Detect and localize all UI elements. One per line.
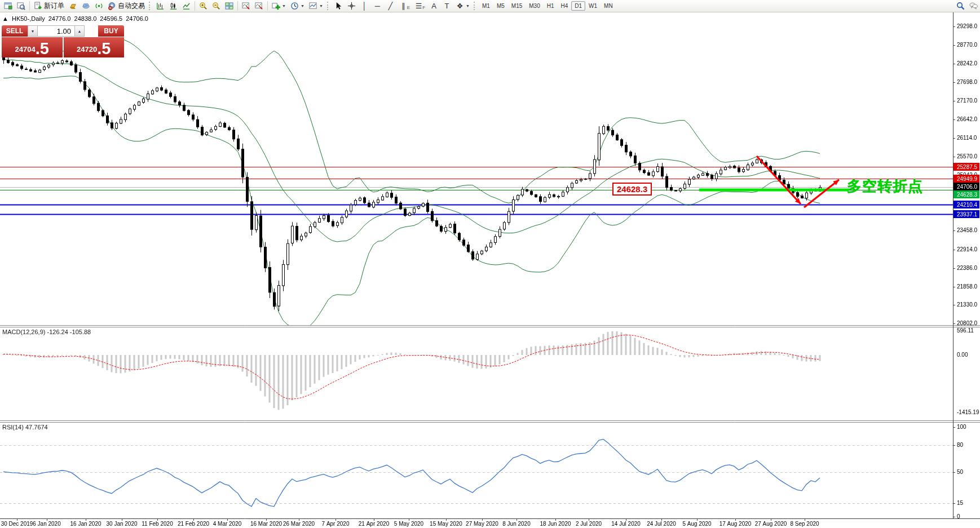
sell-price-frac: .5 xyxy=(36,41,49,56)
price-level-callout[interactable]: 24628.3 xyxy=(612,183,652,196)
vertical-line-icon: │ xyxy=(360,2,369,10)
zoom-in-icon xyxy=(199,2,208,10)
sell-button[interactable]: SELL xyxy=(2,25,28,37)
rsi-value: 47.7674 xyxy=(25,424,48,431)
ohlc-low: 24596.5 xyxy=(100,15,122,22)
toolbar-separator xyxy=(195,1,195,11)
search-button[interactable] xyxy=(954,0,967,12)
zoom-in-button[interactable] xyxy=(197,0,210,12)
line-chart-icon xyxy=(182,2,191,10)
search-icon xyxy=(956,2,965,10)
indicator-list-icon xyxy=(255,2,263,10)
new-order-icon xyxy=(34,2,42,10)
rsi-indicator-header: RSI(14) 47.7674 xyxy=(2,424,48,431)
indicators-button[interactable] xyxy=(240,0,253,12)
tile-windows-button[interactable] xyxy=(223,0,236,12)
candle-chart-button[interactable] xyxy=(167,0,180,12)
buy-price-frac: .5 xyxy=(97,41,111,56)
autotrading-button[interactable]: 自动交易 xyxy=(105,0,147,12)
cursor-icon xyxy=(334,2,343,10)
metaeditor-button[interactable] xyxy=(67,0,80,12)
macd-label: MACD(12,26,9) xyxy=(2,329,45,335)
arrows-dropdown-icon[interactable]: ▼ xyxy=(466,4,470,8)
indicator-list-button[interactable] xyxy=(253,0,266,12)
equidistant-channel-button[interactable]: ∥E xyxy=(397,0,412,12)
timeframe-w1-button[interactable]: W1 xyxy=(585,1,601,11)
crosshair-icon xyxy=(347,2,356,10)
one-click-trade-panel: SELL ▼ 1.00 ▲ BUY 24704 .5 24720 .5 xyxy=(2,25,124,57)
timeframe-m15-button[interactable]: M15 xyxy=(508,1,526,11)
templates-dropdown-icon[interactable]: ▼ xyxy=(319,4,323,8)
timeframe-d1-button[interactable]: D1 xyxy=(571,1,585,11)
timeframe-h1-button[interactable]: H1 xyxy=(544,1,558,11)
autotrading-icon xyxy=(108,2,116,10)
periods-button[interactable]: ▼ xyxy=(288,0,307,12)
toolbar-drag-handle[interactable] xyxy=(149,2,152,10)
indicators-icon xyxy=(242,2,250,10)
horizontal-line-button[interactable]: ─ xyxy=(371,0,384,12)
volume-decrease-button[interactable]: ▼ xyxy=(28,25,38,37)
timeframe-m5-button[interactable]: M5 xyxy=(493,1,508,11)
rsi-label: RSI(14) xyxy=(2,424,24,431)
toolbar-drag-handle[interactable] xyxy=(327,2,330,10)
toolbar-separator xyxy=(237,1,238,11)
autotrading-label: 自动交易 xyxy=(118,1,145,11)
chat-icon xyxy=(969,2,978,10)
bar-chart-icon xyxy=(156,2,165,10)
text-button[interactable]: A xyxy=(427,0,440,12)
volume-input[interactable]: 1.00 xyxy=(38,25,74,37)
trendline-icon: ╱ xyxy=(386,2,395,10)
zoom-out-button[interactable] xyxy=(210,0,223,12)
mt4-window: 新订单自动交易▼▼▼│─╱∥E☰FAT❖▼M1M5M15M30H1H4D1W1M… xyxy=(0,0,980,528)
experts-icon xyxy=(82,2,90,10)
zoom-out-icon xyxy=(212,2,220,10)
main-toolbar: 新订单自动交易▼▼▼│─╱∥E☰FAT❖▼M1M5M15M30H1H4D1W1M… xyxy=(0,0,980,12)
buy-price-main: 24720 xyxy=(77,43,97,56)
toolbar-separator xyxy=(29,1,30,11)
ohlc-open: 24776.0 xyxy=(48,15,71,22)
chat-button[interactable] xyxy=(967,0,980,12)
toolbar-drag-handle[interactable] xyxy=(474,2,477,10)
sell-price[interactable]: 24704 .5 xyxy=(2,37,63,57)
experts-button[interactable] xyxy=(80,0,92,12)
timeframe-m1-button[interactable]: M1 xyxy=(479,1,493,11)
new-chart-button[interactable] xyxy=(2,0,15,12)
collapse-arrow-icon[interactable]: ▲ xyxy=(2,15,8,22)
volume-increase-button[interactable]: ▲ xyxy=(74,25,85,37)
equidistant-channel-icon: ∥ xyxy=(399,2,408,10)
fibonacci-sub-label: F xyxy=(422,5,425,10)
symbol-ohlc-header: ▲ HK50-,Daily 24776.0 24838.0 24596.5 24… xyxy=(2,15,150,22)
add-indicator-dropdown-icon[interactable]: ▼ xyxy=(282,4,286,8)
text-label-icon: T xyxy=(443,2,451,10)
macd-value-main: -126.24 xyxy=(47,329,68,335)
sell-price-main: 24704 xyxy=(15,43,36,56)
cursor-button[interactable] xyxy=(332,0,345,12)
candle-chart-icon xyxy=(169,2,178,10)
signals-icon xyxy=(95,2,103,10)
add-indicator-button[interactable]: ▼ xyxy=(270,0,288,12)
crosshair-button[interactable] xyxy=(345,0,358,12)
timeframe-h4-button[interactable]: H4 xyxy=(558,1,572,11)
equidistant-channel-sub-label: E xyxy=(407,5,410,10)
signals-button[interactable] xyxy=(92,0,105,12)
chart-canvas[interactable] xyxy=(0,0,980,528)
vertical-line-button[interactable]: │ xyxy=(358,0,371,12)
buy-price[interactable]: 24720 .5 xyxy=(64,37,125,57)
line-chart-button[interactable] xyxy=(180,0,193,12)
periods-dropdown-icon[interactable]: ▼ xyxy=(301,4,304,8)
ohlc-close: 24706.0 xyxy=(126,15,148,22)
fibonacci-button[interactable]: ☰F xyxy=(412,0,427,12)
timeframe-m30-button[interactable]: M30 xyxy=(526,1,543,11)
timeframe-mn-button[interactable]: MN xyxy=(601,1,616,11)
profiles-button[interactable] xyxy=(15,0,28,12)
templates-button[interactable]: ▼ xyxy=(307,0,325,12)
arrows-button[interactable]: ❖▼ xyxy=(453,0,472,12)
bar-chart-button[interactable] xyxy=(154,0,167,12)
new-order-button[interactable]: 新订单 xyxy=(32,0,67,12)
fibonacci-icon: ☰ xyxy=(414,2,423,10)
trendline-button[interactable]: ╱ xyxy=(384,0,397,12)
text-label-button[interactable]: T xyxy=(440,0,453,12)
add-indicator-icon xyxy=(272,2,280,10)
buy-button[interactable]: BUY xyxy=(98,25,124,37)
turning-point-annotation[interactable]: 多空转折点 xyxy=(847,176,923,196)
